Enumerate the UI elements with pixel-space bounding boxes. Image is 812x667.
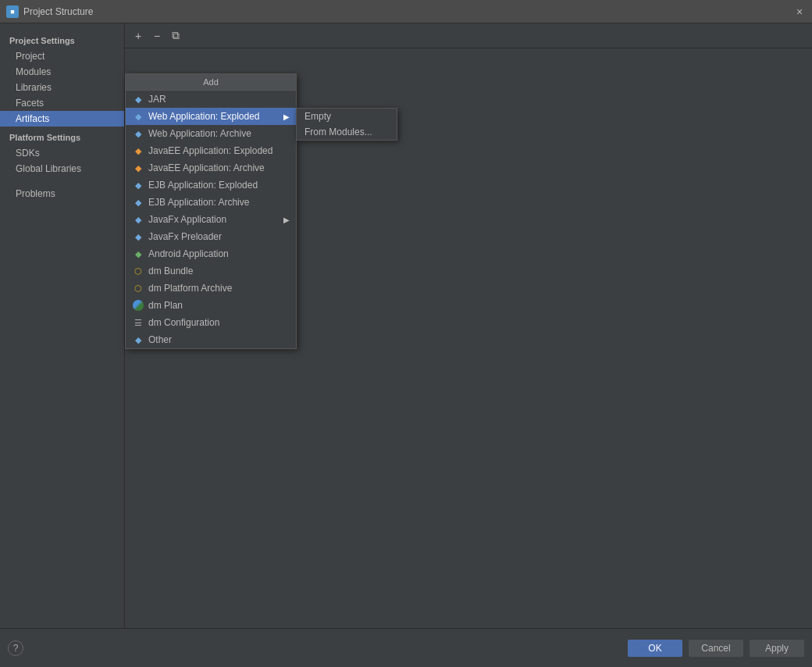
- sidebar-item-modules[interactable]: Modules: [0, 64, 124, 80]
- javafx-preloader-label: JavaFx Preloader: [148, 231, 222, 242]
- dropdown-header: Add: [126, 74, 296, 91]
- web-archive-icon: ◆: [132, 127, 144, 140]
- dialog-buttons: OK Cancel Apply: [628, 640, 804, 657]
- ejb-exploded-icon: ◆: [132, 179, 144, 191]
- menu-item-web-exploded[interactable]: ◆ Web Application: Exploded ▶ Empty From…: [126, 108, 296, 125]
- menu-item-ejb-archive[interactable]: ◆ EJB Application: Archive: [126, 194, 296, 211]
- ejb-archive-label: EJB Application: Archive: [148, 197, 249, 208]
- menu-item-ejb-exploded[interactable]: ◆ EJB Application: Exploded: [126, 177, 296, 194]
- sidebar-item-problems[interactable]: Problems: [0, 186, 124, 202]
- javaee-archive-icon: ◆: [132, 162, 144, 174]
- help-button[interactable]: ?: [8, 640, 23, 656]
- dm-bundle-label: dm Bundle: [148, 266, 193, 276]
- apply-button[interactable]: Apply: [750, 640, 804, 657]
- menu-item-javafx-app[interactable]: ◆ JavaFx Application ▶: [126, 211, 296, 228]
- close-button[interactable]: ×: [793, 5, 806, 18]
- cancel-button[interactable]: Cancel: [689, 640, 743, 657]
- dm-plan-label: dm Plan: [148, 300, 183, 311]
- menu-item-web-archive[interactable]: ◆ Web Application: Archive: [126, 125, 296, 142]
- android-label: Android Application: [148, 248, 229, 259]
- ok-button[interactable]: OK: [628, 640, 682, 657]
- web-exploded-icon: ◆: [132, 110, 144, 123]
- menu-item-android[interactable]: ◆ Android Application: [126, 245, 296, 262]
- remove-button[interactable]: −: [148, 27, 166, 45]
- add-button[interactable]: +: [130, 27, 147, 45]
- menu-item-javaee-exploded[interactable]: ◆ JavaEE Application: Exploded: [126, 142, 296, 159]
- sidebar-item-facets[interactable]: Facets: [0, 95, 124, 111]
- sidebar-item-global-libraries[interactable]: Global Libraries: [0, 161, 124, 177]
- title-bar-left: ■ Project Structure: [6, 5, 93, 18]
- dm-platform-label: dm Platform Archive: [148, 283, 232, 294]
- toolbar: + − ⧉: [125, 23, 812, 48]
- menu-item-dm-bundle[interactable]: ⬡ dm Bundle: [126, 262, 296, 280]
- title-bar: ■ Project Structure ×: [0, 0, 812, 23]
- sidebar: Project Settings Project Modules Librari…: [0, 23, 125, 628]
- menu-item-jar[interactable]: ◆ JAR: [126, 91, 296, 108]
- main-layout: Project Settings Project Modules Librari…: [0, 23, 812, 628]
- app-icon: ■: [6, 5, 19, 18]
- ejb-exploded-label: EJB Application: Exploded: [148, 180, 258, 191]
- window-title: Project Structure: [23, 6, 93, 17]
- javafx-preloader-icon: ◆: [132, 230, 144, 243]
- project-settings-section: Project Settings: [0, 33, 124, 48]
- ejb-archive-icon: ◆: [132, 196, 144, 209]
- submenu-item-from-modules[interactable]: From Modules...: [297, 124, 397, 140]
- javaee-exploded-label: JavaEE Application: Exploded: [148, 145, 272, 156]
- platform-settings-section: Platform Settings: [0, 130, 124, 145]
- dm-config-icon: ☰: [132, 316, 144, 329]
- javaee-exploded-icon: ◆: [132, 144, 144, 157]
- content-area: Add ◆ JAR ◆ Web Application: Exploded ▶ …: [125, 48, 812, 628]
- dm-config-label: dm Configuration: [148, 317, 219, 328]
- submenu-item-empty[interactable]: Empty: [297, 109, 397, 124]
- bottom-bar: ? OK Cancel Apply: [0, 628, 812, 667]
- jar-icon: ◆: [132, 93, 144, 105]
- android-icon: ◆: [132, 248, 144, 260]
- submenu-arrow: ▶: [283, 112, 290, 121]
- javafx-app-label: JavaFx Application: [148, 214, 226, 225]
- other-label: Other: [148, 334, 172, 345]
- menu-item-javaee-archive[interactable]: ◆ JavaEE Application: Archive: [126, 159, 296, 177]
- copy-button[interactable]: ⧉: [167, 27, 184, 45]
- javaee-archive-label: JavaEE Application: Archive: [148, 162, 265, 173]
- menu-item-other[interactable]: ◆ Other: [126, 331, 296, 348]
- web-exploded-submenu: Empty From Modules...: [296, 108, 397, 141]
- menu-item-dm-plan[interactable]: dm Plan: [126, 297, 296, 314]
- sidebar-item-artifacts[interactable]: Artifacts: [0, 111, 124, 127]
- sidebar-item-project[interactable]: Project: [0, 48, 124, 64]
- javafx-submenu-arrow: ▶: [283, 216, 290, 224]
- dm-plan-icon: [132, 299, 144, 312]
- sidebar-item-sdks[interactable]: SDKs: [0, 145, 124, 161]
- web-exploded-label: Web Application: Exploded: [148, 111, 260, 122]
- other-icon: ◆: [132, 334, 144, 346]
- sidebar-item-libraries[interactable]: Libraries: [0, 80, 124, 95]
- menu-item-dm-config[interactable]: ☰ dm Configuration: [126, 314, 296, 331]
- content-wrapper: + − ⧉ Add ◆ JAR ◆ Web Application: Explo…: [125, 23, 812, 628]
- dm-bundle-icon: ⬡: [132, 265, 144, 277]
- add-dropdown: Add ◆ JAR ◆ Web Application: Exploded ▶ …: [125, 73, 297, 349]
- menu-item-javafx-preloader[interactable]: ◆ JavaFx Preloader: [126, 228, 296, 245]
- menu-item-dm-platform[interactable]: ⬡ dm Platform Archive: [126, 280, 296, 297]
- jar-label: JAR: [148, 94, 166, 105]
- dm-platform-icon: ⬡: [132, 282, 144, 294]
- javafx-app-icon: ◆: [132, 213, 144, 226]
- web-archive-label: Web Application: Archive: [148, 128, 251, 139]
